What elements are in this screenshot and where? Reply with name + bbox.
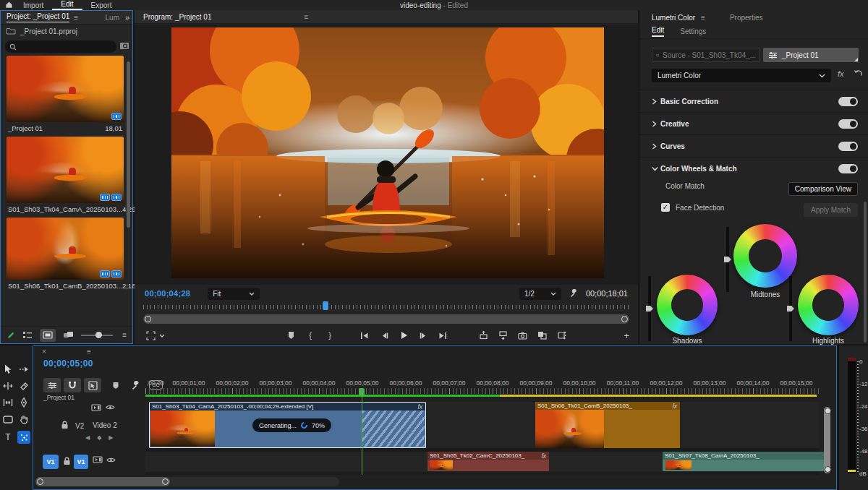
close-panel-icon[interactable]: × <box>42 348 46 356</box>
type-tool[interactable]: T <box>1 431 14 444</box>
fx-bypass-icon[interactable]: fx <box>838 69 844 78</box>
source-v1-badge[interactable]: V1 <box>43 455 59 469</box>
section-basic-correction[interactable]: Basic Correction <box>639 90 868 112</box>
generative-ai-tool[interactable] <box>17 431 30 444</box>
chevron-down-icon[interactable] <box>156 330 168 341</box>
pen-tool[interactable] <box>17 396 30 409</box>
razor-tool[interactable] <box>17 379 30 392</box>
sequence-target-button[interactable]: _Project 01 <box>763 48 859 62</box>
add-keyframe-icon[interactable]: ◆ <box>97 434 101 441</box>
comparison-view-button-icon[interactable] <box>536 330 548 341</box>
track-visibility-eye-icon[interactable] <box>106 404 115 411</box>
timeline-hscroll-bar[interactable] <box>35 477 170 486</box>
scrollbar-handle-right[interactable] <box>621 316 628 322</box>
section-creative[interactable]: Creative <box>639 112 868 134</box>
toggle-basic-correction[interactable] <box>838 97 858 106</box>
freeform-view-icon[interactable] <box>63 331 74 340</box>
program-scrollbar[interactable] <box>143 314 629 324</box>
icon-view-button[interactable] <box>40 329 56 342</box>
ripple-edit-tool[interactable] <box>1 379 14 392</box>
add-marker-button[interactable] <box>109 379 123 392</box>
program-scrub-ticks[interactable] <box>143 303 629 311</box>
clip-thumbnail[interactable] <box>7 56 124 122</box>
shadows-color-wheel[interactable] <box>657 275 718 335</box>
search-bin-button[interactable] <box>119 41 129 50</box>
project-clip-card[interactable]: _Project 01 18,01 <box>7 56 122 134</box>
track-select-forward-tool[interactable] <box>17 363 30 376</box>
project-panel-menu-icon[interactable]: ≡ <box>122 331 127 339</box>
track-v2-label[interactable]: Video 2 <box>93 421 117 429</box>
timeline-clip-v2a[interactable]: S01_Sh03_Tk04_CamA_20250103_-00;00;04;29… <box>149 402 426 448</box>
midtones-luma-slider[interactable] <box>726 227 729 292</box>
scrollbar-handle-left[interactable] <box>37 478 43 485</box>
track-lock-icon[interactable] <box>63 457 71 465</box>
zoom-level-select[interactable]: Fit <box>208 288 260 300</box>
sequence-tab[interactable]: _Project 01 <box>43 394 75 401</box>
clip-fx-badge[interactable]: fx <box>541 452 546 460</box>
track-v2-name[interactable]: V2 <box>75 422 84 430</box>
apply-match-button[interactable]: Apply Match <box>804 203 858 217</box>
safe-margins-button[interactable] <box>145 330 156 341</box>
slider-handle[interactable] <box>787 306 794 311</box>
tab-lumetri-color[interactable]: Lumetri Color <box>652 14 695 22</box>
keyframe-nav[interactable]: ◀ ◆ ▶ <box>85 434 113 441</box>
selection-tool[interactable] <box>1 363 14 376</box>
clip-fx-badge[interactable]: fx <box>672 403 677 410</box>
midtones-color-wheel[interactable] <box>733 224 797 288</box>
project-scrollbar[interactable] <box>127 61 130 228</box>
audio-meter-panel[interactable]: 0 -12 -24 -36 -48 dB <box>838 345 868 490</box>
menu-edit[interactable]: Edit <box>52 0 82 10</box>
extract-button[interactable] <box>497 330 509 341</box>
tab-program[interactable]: Program: _Project 01 <box>143 13 212 21</box>
track-v1-badge[interactable]: V1 <box>74 455 88 469</box>
next-keyframe-icon[interactable]: ▶ <box>109 434 113 441</box>
slider-handle[interactable] <box>724 257 731 262</box>
timeline-menu-icon[interactable]: ≡ <box>87 348 91 356</box>
menu-import[interactable]: Import <box>14 1 52 10</box>
multicam-toggle-icon[interactable] <box>556 330 567 341</box>
list-view-icon[interactable] <box>22 331 33 339</box>
clip-fx-badge[interactable]: fx <box>417 403 422 411</box>
search-input[interactable] <box>5 40 116 53</box>
lift-button[interactable] <box>477 330 489 341</box>
timeline-timecode[interactable]: 00;00;05;00 <box>43 358 93 369</box>
home-icon[interactable] <box>3 0 14 10</box>
highlights-color-wheel[interactable] <box>798 275 859 335</box>
scrollbar-handle-right[interactable] <box>162 478 169 485</box>
mark-out-button[interactable]: } <box>324 330 336 341</box>
scrollbar-handle-left[interactable] <box>145 316 151 322</box>
zoom-slider-knob[interactable] <box>95 332 102 338</box>
timeline-ruler[interactable]: ;00;00 00;00;01;00 00;00;02;00 00;00;03;… <box>145 379 820 402</box>
settings-wrench-icon[interactable] <box>569 288 580 299</box>
slider-handle[interactable] <box>646 306 653 311</box>
go-to-out-button[interactable] <box>437 330 448 341</box>
mark-in-button[interactable]: { <box>305 330 316 341</box>
play-button[interactable] <box>398 330 409 341</box>
face-detection-checkbox[interactable]: ✓ <box>661 203 670 212</box>
reset-effect-icon[interactable] <box>854 69 863 78</box>
tab-overflow-chevron-icon[interactable]: » <box>125 13 129 22</box>
effect-select[interactable]: Lumetri Color <box>652 69 831 82</box>
rectangle-tool[interactable] <box>1 413 14 426</box>
menu-export[interactable]: Export <box>82 1 121 10</box>
add-marker-button[interactable] <box>285 330 297 341</box>
export-frame-button[interactable] <box>516 330 528 341</box>
program-playhead[interactable] <box>323 301 328 310</box>
step-back-button[interactable] <box>378 330 390 341</box>
section-color-wheels[interactable]: Color Wheels & Match <box>639 157 868 179</box>
comparison-view-button[interactable]: Comparison View <box>788 182 858 196</box>
tab-edit[interactable]: Edit <box>652 26 664 37</box>
shadows-luma-slider[interactable] <box>648 276 651 341</box>
tab-project[interactable]: Project: _Project 01 <box>7 12 69 22</box>
snap-magnet-button[interactable] <box>64 378 81 392</box>
slip-tool[interactable] <box>1 396 14 409</box>
panel-menu-icon[interactable]: ≡ <box>701 14 705 22</box>
program-video-frame[interactable] <box>171 27 604 278</box>
timeline-vscroll-bar[interactable] <box>824 407 830 473</box>
tab-lumetri-overflow[interactable]: Lum <box>106 14 119 22</box>
linked-selection-button[interactable] <box>84 378 101 392</box>
highlights-luma-slider[interactable] <box>789 276 792 341</box>
step-forward-button[interactable] <box>417 330 429 341</box>
source-patch-icon[interactable] <box>93 456 103 463</box>
program-timecode[interactable]: 00;00;04;28 <box>145 289 190 298</box>
